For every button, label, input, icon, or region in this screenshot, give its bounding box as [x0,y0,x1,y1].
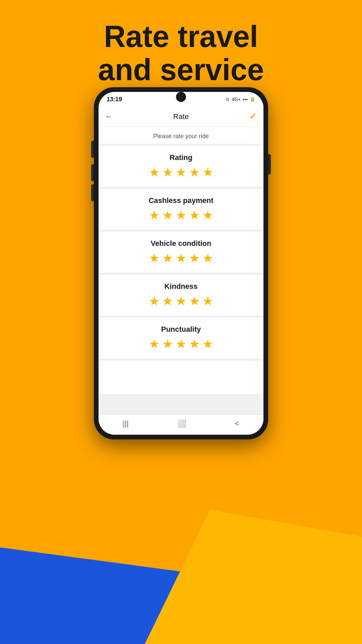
phone-mockup: 13:19 ⊙ 4G+ ▪▪▪ 🔋 ← Rate ✓ Please rate y… [94,87,268,439]
star-5[interactable]: ★ [202,165,213,179]
rating-card-rating: Rating ★ ★ ★ ★ ★ [99,146,263,187]
card-title-cashless: Cashless payment [148,196,213,205]
recent-apps-button[interactable]: ||| [123,419,128,428]
star-3[interactable]: ★ [176,294,186,308]
star-4[interactable]: ★ [189,165,200,179]
location-icon: ⊙ [226,97,230,102]
star-2[interactable]: ★ [162,251,173,265]
star-3[interactable]: ★ [176,208,186,222]
star-4[interactable]: ★ [189,208,200,222]
app-bar: ← Rate ✓ [99,107,263,127]
stars-rating[interactable]: ★ ★ ★ ★ ★ [149,165,213,179]
stars-punctuality[interactable]: ★ ★ ★ ★ ★ [149,337,213,351]
rating-card-punctuality: Punctuality ★ ★ ★ ★ ★ [99,318,263,359]
card-title-rating: Rating [170,153,192,162]
star-5[interactable]: ★ [202,294,213,308]
empty-space [99,361,263,394]
star-2[interactable]: ★ [162,337,173,351]
rating-card-vehicle: Vehicle condition ★ ★ ★ ★ ★ [99,232,263,273]
stars-kindness[interactable]: ★ ★ ★ ★ ★ [149,294,213,308]
confirm-button[interactable]: ✓ [249,111,257,122]
phone-frame: 13:19 ⊙ 4G+ ▪▪▪ 🔋 ← Rate ✓ Please rate y… [94,87,268,439]
card-title-kindness: Kindness [164,282,197,291]
home-button[interactable]: ⬜ [177,419,186,428]
back-nav-button[interactable]: < [235,419,239,428]
status-icons: ⊙ 4G+ ▪▪▪ 🔋 [226,97,255,102]
header-section: Rate travel and service [0,20,362,87]
stars-vehicle[interactable]: ★ ★ ★ ★ ★ [149,251,213,265]
star-3[interactable]: ★ [176,337,186,351]
star-4[interactable]: ★ [189,294,200,308]
battery-icon: 🔋 [250,97,255,102]
rate-subtitle: Please rate your ride [99,127,263,144]
card-title-punctuality: Punctuality [161,325,201,334]
star-2[interactable]: ★ [162,208,173,222]
star-3[interactable]: ★ [176,251,186,265]
app-bar-title: Rate [173,112,189,121]
star-1[interactable]: ★ [149,294,160,308]
star-5[interactable]: ★ [202,251,213,265]
star-1[interactable]: ★ [149,251,160,265]
star-4[interactable]: ★ [189,251,200,265]
status-time: 13:19 [107,96,122,103]
phone-screen: 13:19 ⊙ 4G+ ▪▪▪ 🔋 ← Rate ✓ Please rate y… [99,92,263,435]
header-title: Rate travel and service [0,20,362,87]
screen-content[interactable]: Please rate your ride Rating ★ ★ ★ ★ ★ C… [99,127,263,415]
star-3[interactable]: ★ [176,165,186,179]
star-2[interactable]: ★ [162,294,173,308]
signal-icon: ▪▪▪ [243,97,248,102]
star-5[interactable]: ★ [202,337,213,351]
card-title-vehicle: Vehicle condition [151,239,212,248]
stars-cashless[interactable]: ★ ★ ★ ★ ★ [149,208,213,222]
camera-notch [176,92,186,102]
network-icon: 4G+ [232,97,241,102]
star-1[interactable]: ★ [149,337,160,351]
rating-card-cashless: Cashless payment ★ ★ ★ ★ ★ [99,189,263,230]
star-1[interactable]: ★ [149,208,160,222]
rating-card-kindness: Kindness ★ ★ ★ ★ ★ [99,275,263,316]
star-4[interactable]: ★ [189,337,200,351]
star-5[interactable]: ★ [202,208,213,222]
star-2[interactable]: ★ [162,165,173,179]
star-1[interactable]: ★ [149,165,160,179]
back-button[interactable]: ← [105,112,113,121]
bottom-navigation: ||| ⬜ < [99,415,263,435]
